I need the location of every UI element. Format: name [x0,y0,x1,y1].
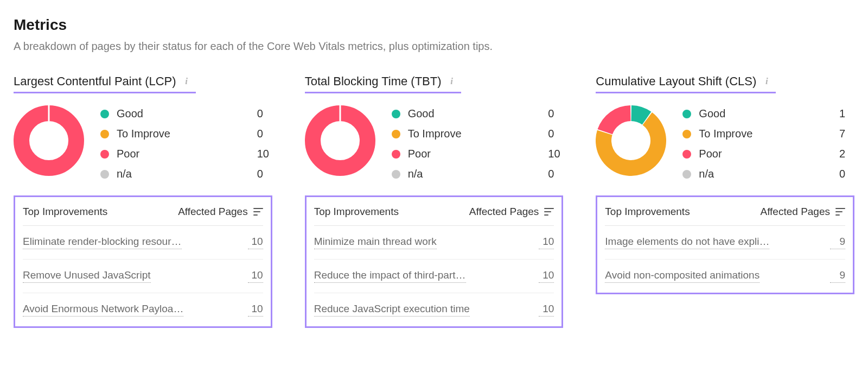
metric-title: Total Blocking Time (TBT) [305,74,442,88]
improvement-name[interactable]: Eliminate render-blocking resour… [23,236,182,249]
improvement-count[interactable]: 10 [248,269,263,283]
improvement-count[interactable]: 10 [539,236,554,249]
legend-row-good[interactable]: Good1 [682,108,854,120]
improvement-count[interactable]: 10 [539,269,554,283]
improvement-count[interactable]: 10 [248,303,263,317]
legend-value: 1 [839,108,854,120]
donut-chart [305,105,375,176]
col-improvements[interactable]: Top Improvements [605,206,690,218]
legend-label: Good [117,108,250,120]
legend-row-na[interactable]: n/a0 [392,168,564,180]
metric-card-header: Largest Contentful Paint (LCP)i [14,74,196,93]
legend-dot-icon [682,170,691,179]
improvement-name[interactable]: Avoid non-composited animations [605,269,760,283]
legend-row-good[interactable]: Good0 [100,108,272,120]
legend-row-good[interactable]: Good0 [392,108,564,120]
legend-value: 7 [839,128,854,140]
legend-value: 10 [548,148,563,160]
legend-value: 0 [548,128,563,140]
col-affected-label: Affected Pages [469,206,539,218]
improvement-count[interactable]: 10 [539,303,554,317]
info-icon[interactable]: i [762,77,771,86]
improvement-name[interactable]: Reduce the impact of third-part… [314,269,466,283]
legend-row-to_improve[interactable]: To Improve7 [682,128,854,140]
improvement-name[interactable]: Image elements do not have expli… [605,236,769,249]
improvement-row[interactable]: Reduce the impact of third-part…10 [314,260,554,293]
legend-value: 10 [257,148,272,160]
legend-label: n/a [408,168,541,180]
svg-point-2 [312,113,367,168]
legend: Good0To Improve0Poor10n/a0 [392,105,564,180]
col-affected-pages[interactable]: Affected Pages [469,206,554,218]
improvements-table: Top ImprovementsAffected PagesImage elem… [596,195,854,294]
metric-title: Largest Contentful Paint (LCP) [14,74,176,88]
info-icon[interactable]: i [447,77,457,86]
legend-row-poor[interactable]: Poor2 [682,148,854,160]
legend: Good1To Improve7Poor2n/a0 [682,105,854,180]
legend-value: 0 [548,168,563,180]
improvement-name[interactable]: Minimize main thread work [314,236,437,249]
legend-dot-icon [100,150,109,159]
legend-dot-icon [392,110,400,118]
metric-card-header: Cumulative Layout Shift (CLS)i [596,74,776,93]
improvement-name[interactable]: Reduce JavaScript execution time [314,303,470,317]
info-icon[interactable]: i [182,77,192,86]
legend-label: To Improve [408,128,541,140]
legend-dot-icon [100,170,109,179]
legend-label: n/a [117,168,250,180]
sort-desc-icon[interactable] [835,208,845,216]
legend-value: 0 [839,168,854,180]
improvement-row[interactable]: Remove Unused JavaScript10 [23,260,263,293]
col-affected-pages[interactable]: Affected Pages [760,206,845,218]
legend-row-na[interactable]: n/a0 [682,168,854,180]
improvement-name[interactable]: Avoid Enormous Network Payloa… [23,303,183,317]
svg-rect-3 [339,105,341,121]
col-improvements[interactable]: Top Improvements [314,206,399,218]
legend-dot-icon [392,150,400,159]
improvements-header: Top ImprovementsAffected Pages [314,197,554,226]
legend: Good0To Improve0Poor10n/a0 [100,105,272,180]
legend-row-na[interactable]: n/a0 [100,168,272,180]
col-improvements[interactable]: Top Improvements [23,206,107,218]
metric-card-header: Total Blocking Time (TBT)i [305,74,461,93]
page-title: Metrics [14,16,854,34]
legend-value: 2 [839,148,854,160]
metric-card-cls: Cumulative Layout Shift (CLS)iGood1To Im… [596,74,854,328]
col-affected-label: Affected Pages [178,206,248,218]
metric-card-tbt: Total Blocking Time (TBT)i Good0To Impro… [305,74,564,328]
improvement-row[interactable]: Reduce JavaScript execution time10 [314,293,554,319]
legend-dot-icon [392,170,400,179]
donut-chart [14,105,84,176]
metric-card-lcp: Largest Contentful Paint (LCP)i Good0To … [14,74,272,328]
legend-row-to_improve[interactable]: To Improve0 [100,128,272,140]
legend-row-poor[interactable]: Poor10 [392,148,564,160]
metrics-cards: Largest Contentful Paint (LCP)i Good0To … [14,74,854,328]
improvement-count[interactable]: 10 [248,236,263,249]
improvement-row[interactable]: Minimize main thread work10 [314,226,554,260]
col-affected-pages[interactable]: Affected Pages [178,206,263,218]
improvements-header: Top ImprovementsAffected Pages [605,197,845,226]
legend-label: Poor [699,148,832,160]
improvements-header: Top ImprovementsAffected Pages [23,197,263,226]
improvement-count[interactable]: 9 [830,269,845,283]
improvement-count[interactable]: 9 [830,236,845,249]
improvements-table: Top ImprovementsAffected PagesMinimize m… [305,195,564,328]
legend-dot-icon [100,130,109,138]
improvement-row[interactable]: Avoid non-composited animations9 [605,260,845,285]
legend-row-poor[interactable]: Poor10 [100,148,272,160]
legend-label: Good [699,108,832,120]
svg-rect-1 [48,105,50,121]
improvement-row[interactable]: Avoid Enormous Network Payloa…10 [23,293,263,319]
legend-label: To Improve [699,128,832,140]
metric-stats-row: Good0To Improve0Poor10n/a0 [305,105,564,180]
legend-label: Poor [117,148,250,160]
improvement-row[interactable]: Image elements do not have expli…9 [605,226,845,260]
legend-row-to_improve[interactable]: To Improve0 [392,128,564,140]
sort-desc-icon[interactable] [544,208,554,216]
sort-desc-icon[interactable] [253,208,263,216]
legend-label: Poor [408,148,541,160]
col-affected-label: Affected Pages [760,206,830,218]
legend-dot-icon [392,130,400,138]
improvement-name[interactable]: Remove Unused JavaScript [23,269,151,283]
improvement-row[interactable]: Eliminate render-blocking resour…10 [23,226,263,260]
